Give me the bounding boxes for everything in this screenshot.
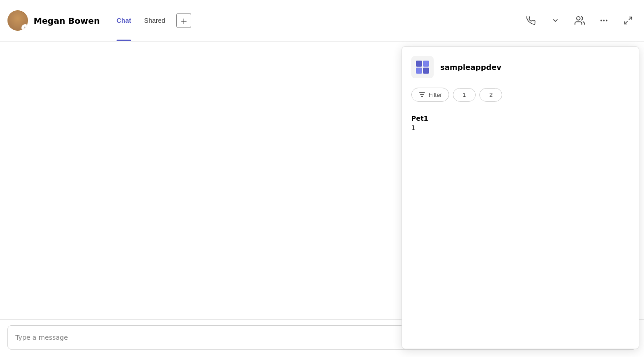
panel-tab-2[interactable]: 2 bbox=[479, 88, 502, 102]
user-name: Megan Bowen bbox=[34, 16, 100, 26]
item-value: 1 bbox=[411, 124, 630, 131]
more-icon bbox=[599, 16, 609, 25]
item-name: Pet1 bbox=[411, 115, 630, 122]
svg-point-0 bbox=[577, 17, 580, 20]
grid-cell-bottom-left bbox=[416, 68, 422, 74]
tab-chat[interactable]: Chat bbox=[111, 0, 137, 41]
avatar[interactable] bbox=[7, 10, 28, 31]
add-tab-button[interactable]: + bbox=[176, 13, 191, 28]
svg-point-2 bbox=[603, 20, 604, 21]
avatar-badge bbox=[21, 24, 28, 31]
app-dropdown-panel: sampleappdev Filter 1 2 Pet1 1 bbox=[402, 46, 639, 349]
app-name: sampleappdev bbox=[440, 63, 501, 72]
filter-icon bbox=[418, 91, 426, 98]
panel-header: sampleappdev bbox=[411, 56, 630, 78]
svg-point-1 bbox=[601, 20, 602, 21]
pop-out-button[interactable] bbox=[620, 12, 637, 29]
people-icon bbox=[575, 15, 585, 26]
grid-cell-bottom-right bbox=[423, 68, 429, 74]
chevron-down-button[interactable] bbox=[547, 12, 564, 29]
teams-grid-icon bbox=[416, 61, 429, 74]
svg-line-4 bbox=[629, 17, 632, 20]
grid-cell-top-left bbox=[416, 61, 422, 67]
tab-shared[interactable]: Shared bbox=[138, 0, 171, 41]
call-icon bbox=[526, 16, 536, 25]
filter-button[interactable]: Filter bbox=[411, 88, 449, 102]
pop-out-icon bbox=[623, 16, 633, 25]
call-button[interactable] bbox=[523, 12, 540, 29]
svg-point-3 bbox=[606, 20, 607, 21]
more-options-button[interactable] bbox=[596, 12, 612, 29]
main-area: Type a message bbox=[0, 41, 644, 357]
filter-bar: Filter 1 2 bbox=[411, 88, 630, 102]
header: Megan Bowen Chat Shared + bbox=[0, 0, 644, 41]
tabs-container: Chat Shared + bbox=[111, 0, 191, 41]
panel-content: Pet1 1 bbox=[411, 111, 630, 131]
app-icon bbox=[411, 56, 434, 78]
people-button[interactable] bbox=[571, 12, 588, 29]
chevron-down-icon bbox=[552, 17, 559, 24]
grid-cell-top-right bbox=[423, 61, 429, 67]
panel-tab-1[interactable]: 1 bbox=[453, 88, 476, 102]
svg-line-5 bbox=[625, 21, 628, 24]
header-actions bbox=[523, 12, 637, 29]
